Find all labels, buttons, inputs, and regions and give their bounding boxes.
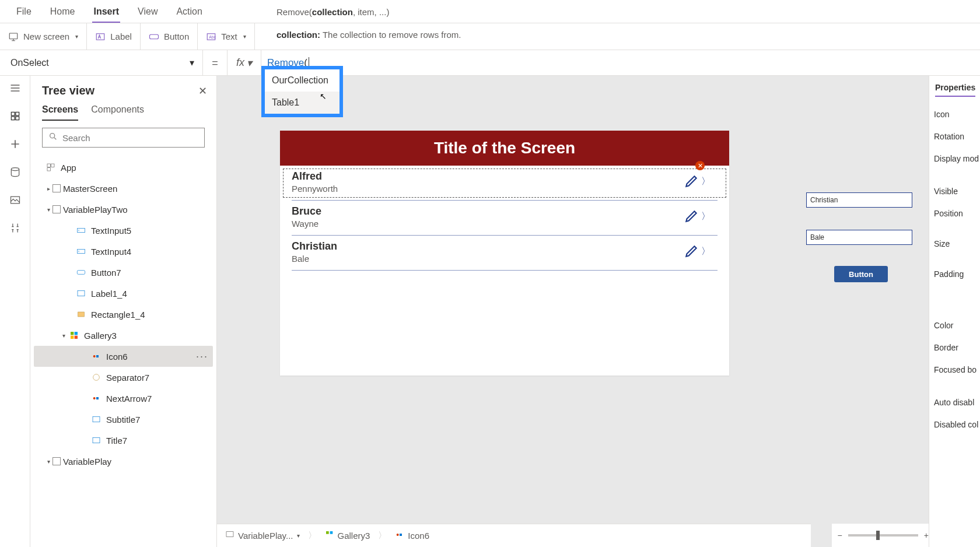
menu-insert[interactable]: Insert bbox=[93, 6, 119, 17]
tab-components[interactable]: Components bbox=[91, 104, 144, 121]
tree-node-button7[interactable]: Button7 bbox=[34, 262, 213, 283]
hamburger-icon[interactable] bbox=[9, 82, 22, 94]
equals-label: = bbox=[203, 50, 228, 76]
icon-control-icon bbox=[90, 394, 103, 403]
svg-point-23 bbox=[93, 397, 96, 399]
prop-label: Size bbox=[934, 239, 975, 248]
new-screen-button[interactable]: New screen ▾ bbox=[0, 23, 87, 50]
gallery-row[interactable]: ✕ Alfred Pennyworth 〉 bbox=[280, 166, 729, 201]
zoom-in-button[interactable]: + bbox=[924, 531, 929, 540]
search-field[interactable] bbox=[62, 133, 198, 143]
breadcrumb-item[interactable]: Gallery3 bbox=[325, 530, 370, 541]
tree-list: App ▸MasterScreen ▾VariablePlayTwo TextI… bbox=[30, 155, 216, 547]
icon-control-icon bbox=[395, 530, 404, 541]
row-lastname: Wayne bbox=[292, 219, 718, 229]
textinput-b[interactable] bbox=[806, 230, 912, 245]
tab-screens[interactable]: Screens bbox=[42, 104, 78, 121]
zoom-slider[interactable] bbox=[848, 534, 918, 537]
property-name: OnSelect bbox=[10, 58, 49, 68]
chevron-right-icon[interactable]: 〉 bbox=[701, 176, 710, 188]
svg-rect-0 bbox=[9, 33, 18, 39]
tree-node-textinput4[interactable]: TextInput4 bbox=[34, 241, 213, 262]
plus-icon[interactable] bbox=[9, 138, 22, 150]
chevron-right-icon: ▸ bbox=[44, 185, 52, 192]
svg-rect-8 bbox=[47, 164, 50, 167]
fx-button[interactable]: fx ▾ bbox=[228, 50, 261, 76]
tree-node-masterscreen[interactable]: ▸MasterScreen bbox=[34, 178, 213, 199]
formula-input[interactable]: Remove( bbox=[261, 50, 980, 76]
tree-node-subtitle7[interactable]: Subtitle7 bbox=[34, 409, 213, 430]
separator-icon bbox=[90, 373, 103, 382]
prop-label: Icon bbox=[934, 110, 975, 119]
svg-rect-10 bbox=[47, 168, 50, 171]
close-icon[interactable]: ✕ bbox=[198, 85, 207, 97]
left-rail bbox=[0, 76, 30, 547]
menu-file[interactable]: File bbox=[16, 6, 32, 17]
tree-view-icon[interactable] bbox=[9, 110, 22, 122]
media-icon[interactable] bbox=[9, 194, 22, 206]
breadcrumb: VariablePlay... ▾ 〉 Gallery3 〉 Icon6 bbox=[217, 524, 811, 547]
prop-label: Focused bo bbox=[934, 365, 975, 374]
svg-point-22 bbox=[93, 374, 100, 381]
tree-node-app[interactable]: App bbox=[34, 157, 213, 178]
zoom-out-button[interactable]: − bbox=[838, 531, 842, 540]
tree-node-label14[interactable]: Label1_4 bbox=[34, 283, 213, 304]
chevron-down-icon: ▾ bbox=[190, 57, 194, 68]
prop-label: Padding bbox=[934, 269, 975, 279]
chevron-down-icon: ▾ bbox=[44, 458, 52, 465]
canvas[interactable]: Title of the Screen ✕ Alfred Pennyworth … bbox=[217, 76, 980, 547]
autocomplete-item[interactable]: OurCollection bbox=[265, 69, 340, 92]
breadcrumb-item[interactable]: Icon6 bbox=[395, 530, 429, 541]
app-icon bbox=[44, 163, 57, 172]
tree-node-variableplay[interactable]: ▾VariablePlay bbox=[34, 451, 213, 472]
breadcrumb-sep: 〉 bbox=[308, 530, 317, 541]
tree-node-icon6[interactable]: Icon6··· bbox=[34, 346, 213, 367]
tree-node-variableplaytwo[interactable]: ▾VariablePlayTwo bbox=[34, 199, 213, 220]
tree-node-gallery3[interactable]: ▾Gallery3 bbox=[34, 325, 213, 346]
gallery-row[interactable]: Bruce Wayne 〉 bbox=[280, 201, 729, 236]
canvas-button[interactable]: Button bbox=[834, 266, 888, 282]
search-input[interactable] bbox=[42, 128, 205, 148]
tree-node-title7[interactable]: Title7 bbox=[34, 430, 213, 451]
chevron-right-icon[interactable]: 〉 bbox=[701, 211, 710, 223]
insert-text-button[interactable]: Abc Text ▾ bbox=[198, 23, 255, 50]
tree-node-rectangle14[interactable]: Rectangle1_4 bbox=[34, 304, 213, 325]
tree-node-textinput5[interactable]: TextInput5 bbox=[34, 220, 213, 241]
menu-home[interactable]: Home bbox=[50, 6, 75, 17]
prop-label: Position bbox=[934, 209, 975, 218]
properties-panel: Properties Icon Rotation Display mod Vis… bbox=[929, 76, 980, 547]
data-icon[interactable] bbox=[9, 166, 22, 178]
fx-label: fx bbox=[236, 57, 244, 69]
edit-icon[interactable] bbox=[684, 244, 699, 259]
property-selector[interactable]: OnSelect ▾ bbox=[0, 50, 203, 76]
menu-bar: File Home Insert View Action bbox=[0, 0, 980, 23]
insert-button-button[interactable]: Button bbox=[141, 23, 198, 50]
more-icon[interactable]: ··· bbox=[196, 350, 208, 363]
svg-rect-29 bbox=[330, 531, 332, 534]
breadcrumb-item[interactable]: VariablePlay... ▾ bbox=[225, 530, 300, 541]
button-icon bbox=[149, 31, 159, 42]
tree-node-separator7[interactable]: Separator7 bbox=[34, 367, 213, 388]
tools-icon[interactable] bbox=[9, 222, 22, 234]
menu-action[interactable]: Action bbox=[176, 6, 202, 17]
insert-label-button[interactable]: Label bbox=[87, 23, 141, 50]
autocomplete-item[interactable]: Table1 bbox=[265, 92, 340, 114]
textinput-icon bbox=[75, 247, 88, 256]
insert-label-text: Label bbox=[110, 31, 132, 41]
tab-properties[interactable]: Properties bbox=[935, 83, 975, 97]
chevron-down-icon: ▾ bbox=[243, 33, 246, 40]
chevron-right-icon[interactable]: 〉 bbox=[701, 246, 710, 258]
svg-text:Abc: Abc bbox=[209, 35, 216, 39]
edit-icon[interactable] bbox=[684, 174, 699, 189]
svg-rect-26 bbox=[93, 437, 100, 443]
tree-node-nextarrow7[interactable]: NextArrow7 bbox=[34, 388, 213, 409]
menu-view[interactable]: View bbox=[138, 6, 158, 17]
svg-rect-12 bbox=[77, 250, 85, 254]
row-separator bbox=[292, 270, 718, 271]
svg-rect-16 bbox=[71, 332, 74, 335]
edit-icon[interactable] bbox=[684, 209, 699, 224]
row-firstname: Christian bbox=[292, 240, 718, 253]
screen-icon bbox=[52, 205, 61, 213]
textinput-a[interactable] bbox=[806, 192, 912, 208]
gallery-row[interactable]: Christian Bale 〉 bbox=[280, 236, 729, 271]
